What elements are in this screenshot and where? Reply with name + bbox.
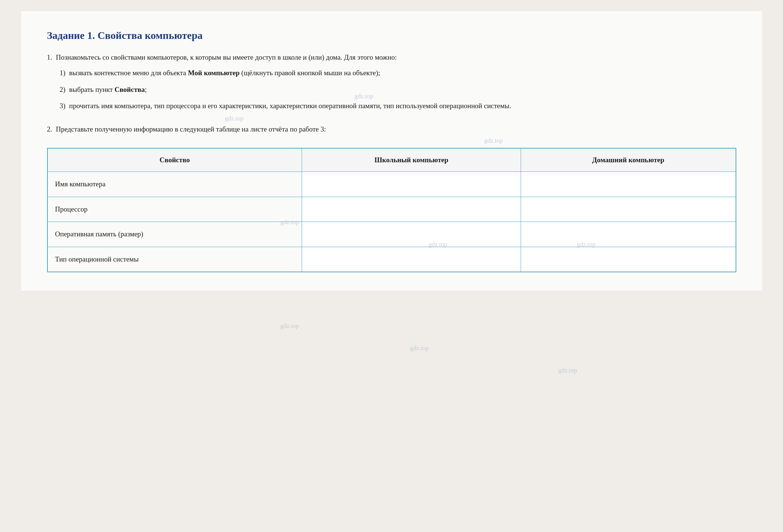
item-1-text: Познакомьтесь со свойствами компьютеров,… xyxy=(56,53,397,61)
prop-name-2: Процессор xyxy=(47,197,302,222)
prop-name-3: Оперативная память (размер) xyxy=(47,222,302,247)
table-section: Свойство Школьный компьютер Домашний ком… xyxy=(47,148,736,272)
item-2-number: 2. xyxy=(47,124,52,135)
table-col-2-header: Школьный компьютер xyxy=(302,148,521,172)
table-header: Свойство Школьный компьютер Домашний ком… xyxy=(47,148,736,172)
watermark-9: gdz.top xyxy=(558,367,577,374)
watermark-7: gdz.top xyxy=(281,322,299,330)
prop-value-1-home xyxy=(521,172,736,197)
prop-value-1-school xyxy=(302,172,521,197)
sub-item-3: 3) прочитать имя компьютера, тип процесс… xyxy=(60,100,736,112)
content-area: 1. Познакомьтесь со свойствами компьютер… xyxy=(47,52,736,272)
prop-value-2-school xyxy=(302,197,521,222)
watermark-8: gdz.top xyxy=(410,345,429,352)
sub-item-2-text: выбрать пункт Свойства; xyxy=(69,84,736,95)
prop-value-2-home xyxy=(521,197,736,222)
prop-value-3-school xyxy=(302,222,521,247)
prop-value-3-home xyxy=(521,222,736,247)
table-col-3-header: Домашний компьютер xyxy=(521,148,736,172)
sub-list-1: 1) вызвать контекстное меню для объекта … xyxy=(60,67,736,112)
item-1-number: 1. xyxy=(47,52,52,117)
item-1-body: Познакомьтесь со свойствами компьютеров,… xyxy=(56,52,736,117)
page-title: Задание 1. Свойства компьютера xyxy=(47,30,736,41)
bold-text-1: Мой компьютер xyxy=(188,69,239,77)
prop-name-1: Имя компьютера xyxy=(47,172,302,197)
main-item-1: 1. Познакомьтесь со свойствами компьютер… xyxy=(47,52,736,117)
properties-table: Свойство Школьный компьютер Домашний ком… xyxy=(47,148,736,272)
table-row: Процессор xyxy=(47,197,736,222)
main-item-2: 2. Представьте полученную информацию в с… xyxy=(47,124,736,135)
table-row: Имя компьютера xyxy=(47,172,736,197)
prop-value-4-home xyxy=(521,247,736,272)
sub-item-1-number: 1) xyxy=(60,67,66,79)
bold-text-2: Свойства xyxy=(115,86,145,93)
page-container: Задание 1. Свойства компьютера 1. Познак… xyxy=(21,11,762,291)
item-2-body: Представьте полученную информацию в след… xyxy=(56,124,736,135)
item-2-text: Представьте полученную информацию в след… xyxy=(56,125,326,133)
table-col-1-header: Свойство xyxy=(47,148,302,172)
table-row: Оперативная память (размер) xyxy=(47,222,736,247)
sub-item-2: 2) выбрать пункт Свойства; xyxy=(60,84,736,95)
sub-item-3-number: 3) xyxy=(60,100,66,112)
prop-name-4: Тип операционной системы xyxy=(47,247,302,272)
table-row: Тип операционной системы xyxy=(47,247,736,272)
sub-item-1: 1) вызвать контекстное меню для объекта … xyxy=(60,67,736,79)
prop-value-4-school xyxy=(302,247,521,272)
sub-item-2-number: 2) xyxy=(60,84,66,95)
table-header-row: Свойство Школьный компьютер Домашний ком… xyxy=(47,148,736,172)
sub-item-3-text: прочитать имя компьютера, тип процессора… xyxy=(69,100,736,112)
table-body: Имя компьютера Процессор Оперативная пам… xyxy=(47,172,736,272)
sub-item-1-text: вызвать контекстное меню для объекта Мой… xyxy=(69,67,736,79)
